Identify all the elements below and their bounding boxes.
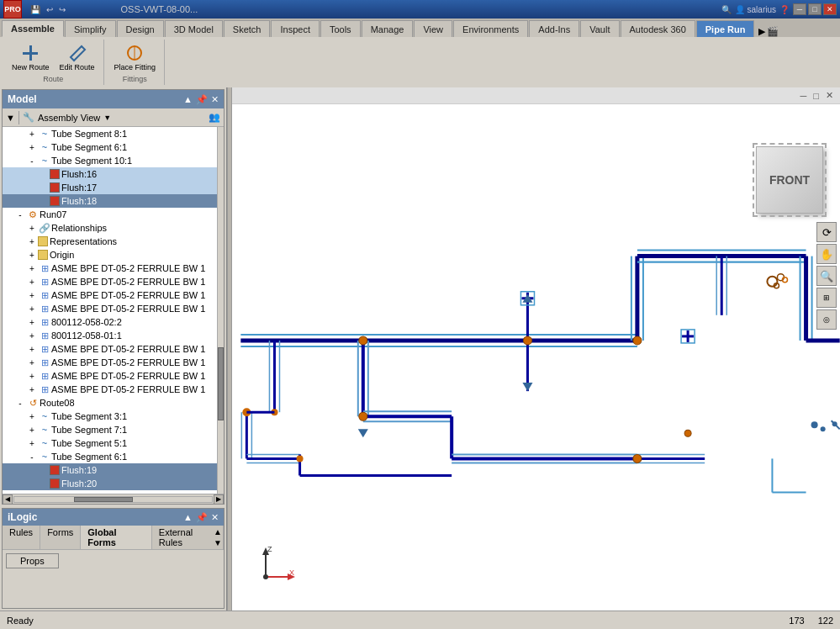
tree-item-representations[interactable]: + Representations [3, 235, 222, 248]
tree-item-asme5[interactable]: + ⊞ ASME BPE DT-05-2 FERRULE BW 1 [3, 342, 222, 356]
minimize-button[interactable]: ─ [793, 3, 806, 15]
help-icon[interactable]: ❓ [779, 5, 790, 14]
tree-item-800112-058-01[interactable]: + ⊞ 800112-058-01:1 [3, 329, 222, 342]
tab-tools[interactable]: Tools [320, 20, 361, 37]
expand-asme8[interactable]: + [26, 383, 38, 395]
ilogic-tab-global-forms[interactable]: Global Forms [81, 526, 152, 549]
expand-tube6a[interactable]: + [26, 141, 38, 153]
tab-simplify[interactable]: Simplify [65, 20, 116, 37]
people-icon[interactable]: 👥 [209, 112, 220, 123]
tree-item-asme6[interactable]: + ⊞ ASME BPE DT-05-2 FERRULE BW 1 [3, 356, 222, 369]
tree-item-asme4[interactable]: + ⊞ ASME BPE DT-05-2 FERRULE BW 1 [3, 302, 222, 315]
edit-route-button[interactable]: Edit Route [56, 41, 98, 73]
tab-environments[interactable]: Environments [453, 20, 528, 37]
tree-item-flush-18[interactable]: Flush:18 [3, 194, 222, 208]
expand-asme7[interactable]: + [26, 370, 38, 382]
model-pin-icon[interactable]: 📌 [196, 94, 208, 105]
tree-item-relationships[interactable]: + 🔗 Relationships [3, 221, 222, 235]
expand-tube7[interactable]: + [26, 424, 38, 436]
new-route-button[interactable]: New Route [8, 41, 53, 73]
tree-item-asme8[interactable]: + ⊞ ASME BPE DT-05-2 FERRULE BW 1 [3, 383, 222, 396]
expand-relationships[interactable]: + [26, 222, 38, 234]
ilogic-pin-icon[interactable]: 📌 [196, 512, 208, 523]
save-icon[interactable]: 💾 [30, 5, 40, 14]
expand-asme4[interactable]: + [26, 303, 38, 314]
ilogic-scroll-up[interactable]: ▲ [214, 527, 222, 536]
tree-item-tube-segment-6a[interactable]: + ~ Tube Segment 6:1 [3, 140, 222, 154]
tree-item-asme3[interactable]: + ⊞ ASME BPE DT-05-2 FERRULE BW 1 [3, 288, 222, 302]
tab-autodesk360[interactable]: Autodesk 360 [621, 20, 695, 37]
more-tabs-icon[interactable]: ▶ [758, 26, 765, 37]
model-expand-icon[interactable]: ▲ [183, 94, 193, 105]
tab-view[interactable]: View [414, 20, 452, 37]
ilogic-tab-forms[interactable]: Forms [40, 526, 81, 549]
tree-hscroll[interactable]: ◀ ▶ [3, 494, 224, 504]
expand-representations[interactable]: + [26, 235, 38, 247]
search-bar[interactable]: 🔍 [721, 5, 732, 14]
orbit-tool-btn[interactable]: ⟳ [816, 222, 837, 242]
expand-tube10[interactable]: - [26, 155, 38, 166]
nav-cube[interactable]: FRONT [756, 146, 823, 214]
pan-tool-btn[interactable]: ✋ [816, 244, 837, 264]
redo-icon[interactable]: ↪ [59, 5, 66, 14]
zoom-all-btn[interactable]: ⊞ [816, 288, 837, 308]
tree-item-tube-seg-3[interactable]: + ~ Tube Segment 3:1 [3, 410, 222, 423]
assembly-view-label[interactable]: Assembly View [38, 113, 100, 123]
tree-item-flush-17[interactable]: Flush:17 [3, 181, 222, 194]
expand-asme2[interactable]: + [26, 276, 38, 288]
tree-item-tube-seg-7[interactable]: + ~ Tube Segment 7:1 [3, 423, 222, 436]
tab-3dmodel[interactable]: 3D Model [165, 20, 223, 37]
tree-item-tube-seg-5[interactable]: + ~ Tube Segment 5:1 [3, 436, 222, 450]
expand-run07[interactable]: - [14, 209, 26, 220]
expand-tube6b[interactable]: - [26, 451, 38, 462]
expand-tube8[interactable]: + [26, 128, 38, 140]
viewport-close-button[interactable]: ✕ [822, 90, 837, 101]
hscroll-thumb[interactable] [74, 497, 134, 502]
undo-icon[interactable]: ↩ [46, 5, 53, 14]
assembly-view-dropdown[interactable]: ▼ [103, 114, 111, 122]
expand-tube5[interactable]: + [26, 437, 38, 449]
close-button[interactable]: ✕ [823, 3, 837, 15]
expand-asme6[interactable]: + [26, 357, 38, 368]
look-at-btn[interactable]: ◎ [816, 309, 837, 330]
expand-tube3[interactable]: + [26, 410, 38, 422]
tree-item-route08[interactable]: - ↺ Route08 [3, 396, 222, 410]
expand-asme3[interactable]: + [26, 289, 38, 301]
ilogic-tab-rules[interactable]: Rules [3, 526, 40, 549]
view-settings-icon[interactable]: 🎬 [767, 26, 779, 37]
tree-item-tube-segment-10[interactable]: - ~ Tube Segment 10:1 [3, 154, 222, 167]
filter-icon[interactable]: ▼ [6, 113, 15, 123]
place-fitting-button[interactable]: Place Fitting [111, 41, 160, 73]
tree-item-asme7[interactable]: + ⊞ ASME BPE DT-05-2 FERRULE BW 1 [3, 369, 222, 383]
tree-item-flush-20[interactable]: Flush:20 [3, 477, 222, 490]
hscroll-left-btn[interactable]: ◀ [3, 494, 13, 505]
tab-design[interactable]: Design [117, 20, 164, 37]
tree-item-origin[interactable]: + Origin [3, 248, 222, 262]
tree-item-flush-16[interactable]: Flush:16 [3, 167, 222, 181]
tab-assemble[interactable]: Assemble [2, 20, 64, 37]
ilogic-expand-icon[interactable]: ▲ [183, 512, 193, 523]
tab-inspect[interactable]: Inspect [271, 20, 319, 37]
props-button[interactable]: Props [6, 553, 59, 568]
expand-origin[interactable]: + [26, 249, 38, 261]
tab-manage[interactable]: Manage [362, 20, 414, 37]
zoom-tool-btn[interactable]: 🔍 [816, 266, 837, 286]
tab-piperun[interactable]: Pipe Run [696, 20, 755, 37]
tree-item-asme2[interactable]: + ⊞ ASME BPE DT-05-2 FERRULE BW 1 [3, 275, 222, 288]
ilogic-close-icon[interactable]: ✕ [211, 512, 219, 523]
tab-vault[interactable]: Vault [580, 20, 619, 37]
tree-item-run07[interactable]: - ⚙ Run07 [3, 208, 222, 221]
viewport-minimize-button[interactable]: ─ [797, 91, 811, 101]
model-close-icon[interactable]: ✕ [211, 94, 219, 105]
hscroll-right-btn[interactable]: ▶ [214, 494, 224, 505]
expand-800112-058-01[interactable]: + [26, 330, 38, 341]
tree-item-flush-19[interactable]: Flush:19 [3, 463, 222, 477]
ilogic-scroll-down[interactable]: ▼ [214, 538, 222, 547]
nav-cube-face[interactable]: FRONT [756, 146, 823, 214]
hscroll-track[interactable] [13, 496, 213, 503]
tab-sketch[interactable]: Sketch [224, 20, 271, 37]
maximize-button[interactable]: □ [808, 3, 822, 15]
tree-vscroll[interactable] [217, 127, 224, 494]
vscroll-thumb[interactable] [218, 347, 224, 420]
viewport-maximize-button[interactable]: □ [810, 91, 822, 101]
